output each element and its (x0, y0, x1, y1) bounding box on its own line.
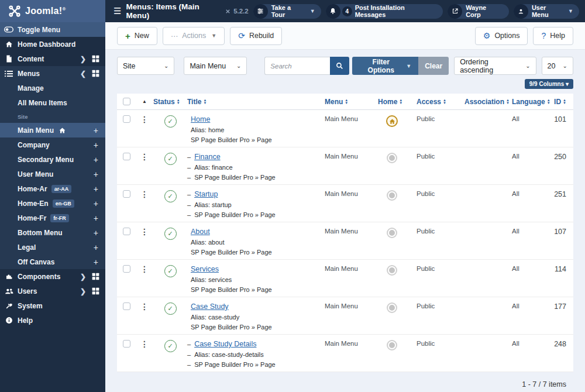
actions-button[interactable]: ⋯ Actions ▼ (163, 27, 225, 45)
add-menu-item-icon[interactable]: + (94, 214, 99, 223)
rebuild-button[interactable]: ⟳ Rebuild (230, 27, 282, 45)
sidebar-menu-item[interactable]: Home-En en-GB + (0, 196, 105, 211)
sidebar-menu-item[interactable]: Off Canvas + (0, 255, 105, 269)
home-default-icon[interactable] (386, 115, 398, 127)
sidebar-toggle-menu[interactable]: Toggle Menu (0, 22, 105, 37)
row-actions-dots-icon[interactable]: ⋮ (136, 228, 153, 236)
home-unset-icon[interactable] (387, 228, 397, 238)
add-menu-item-icon[interactable]: + (94, 184, 99, 194)
row-actions-dots-icon[interactable]: ⋮ (136, 302, 153, 311)
status-published-icon[interactable]: ✓ (164, 190, 177, 202)
clear-button[interactable]: Clear (418, 57, 449, 75)
post-installation-messages-button[interactable]: 4 Post Installation Messages (326, 4, 443, 19)
header-association[interactable]: Association▲▼ (456, 98, 506, 106)
sidebar-menu-item[interactable]: Bottom Menu + (0, 225, 105, 240)
row-checkbox[interactable] (123, 115, 130, 123)
menu-item-link[interactable]: About (191, 228, 210, 236)
row-actions-dots-icon[interactable]: ⋮ (136, 340, 153, 348)
menu-item-link[interactable]: Case Study Details (194, 340, 256, 348)
row-actions-dots-icon[interactable]: ⋮ (136, 115, 153, 123)
add-menu-item-icon[interactable]: + (94, 243, 99, 252)
status-published-icon[interactable]: ✓ (164, 265, 177, 277)
grid-icon[interactable] (92, 55, 99, 63)
row-checkbox[interactable] (123, 340, 130, 348)
select-all-checkbox[interactable] (123, 98, 130, 105)
grid-icon[interactable] (92, 287, 99, 295)
sidebar-item-system[interactable]: System (0, 298, 105, 313)
sidebar-menu-item[interactable]: User Menu + (0, 167, 105, 181)
home-unset-icon[interactable] (387, 190, 397, 201)
row-actions-dots-icon[interactable]: ⋮ (136, 190, 153, 198)
status-published-icon[interactable]: ✓ (164, 115, 177, 128)
add-menu-item-icon[interactable]: + (94, 155, 99, 164)
ordering-sort-icon[interactable]: ▲ (136, 99, 153, 104)
add-menu-item-icon[interactable]: + (94, 140, 99, 150)
sidebar-item-home-dashboard[interactable]: Home Dashboard (0, 37, 105, 51)
add-menu-item-icon[interactable]: + (94, 228, 99, 238)
sidebar-item-menus[interactable]: Menus ❮ (0, 66, 105, 81)
menu-item-link[interactable]: Services (191, 265, 219, 273)
help-button[interactable]: ? Help (533, 27, 573, 45)
list-limit-select[interactable]: 20⌄ (542, 57, 573, 75)
row-checkbox[interactable] (123, 190, 130, 198)
options-button[interactable]: ⚙ Options (475, 27, 528, 45)
header-menu[interactable]: Menu▲▼ (319, 98, 374, 106)
header-status[interactable]: Status▲▼ (153, 98, 187, 106)
menu-item-label: Company (18, 141, 50, 149)
home-unset-icon[interactable] (387, 302, 397, 313)
table-row: ⋮ ✓ –Finance –Alias: finance –SP Page Bu… (117, 147, 573, 185)
sidebar-item-content[interactable]: Content ❯ (0, 51, 105, 66)
take-a-tour-button[interactable]: Take a Tour ▼ (253, 4, 321, 19)
menu-item-link[interactable]: Home (191, 115, 210, 123)
chevron-down-icon: ⌄ (521, 63, 530, 69)
row-actions-dots-icon[interactable]: ⋮ (136, 265, 153, 273)
menu-item-link[interactable]: Case Study (191, 302, 229, 311)
status-published-icon[interactable]: ✓ (164, 153, 177, 165)
row-checkbox[interactable] (123, 265, 130, 273)
ordering-select[interactable]: Ordering ascending⌄ (454, 57, 536, 75)
filter-options-button[interactable]: Filter Options▼ (352, 57, 418, 75)
sidebar-item-users[interactable]: Users ❯ (0, 284, 105, 298)
sidebar-menu-item[interactable]: Home-Ar ar-AA + (0, 181, 105, 196)
add-menu-item-icon[interactable]: + (94, 199, 99, 208)
sidebar-item-components[interactable]: Components ❯ (0, 269, 105, 284)
add-menu-item-icon[interactable]: + (94, 257, 99, 267)
menu-item-link[interactable]: Startup (194, 190, 218, 198)
grid-icon[interactable] (92, 273, 99, 280)
status-published-icon[interactable]: ✓ (164, 340, 177, 352)
header-title[interactable]: Title▲▼ (187, 98, 319, 106)
row-checkbox[interactable] (123, 153, 130, 160)
menu-item-link[interactable]: Finance (194, 153, 220, 161)
add-menu-item-icon[interactable]: + (94, 170, 99, 179)
sidebar-item-help[interactable]: Help (0, 313, 105, 328)
header-language[interactable]: Language▲▼ (506, 98, 550, 106)
header-id[interactable]: ID▲▼ (550, 98, 573, 106)
sidebar-menu-item[interactable]: Secondary Menu + (0, 152, 105, 167)
status-published-icon[interactable]: ✓ (164, 228, 177, 240)
home-unset-icon[interactable] (387, 340, 397, 350)
row-actions-dots-icon[interactable]: ⋮ (136, 153, 153, 161)
header-access[interactable]: Access▲▼ (410, 98, 456, 106)
site-client-select[interactable]: Site⌄ (117, 57, 174, 75)
status-published-icon[interactable]: ✓ (164, 302, 177, 315)
home-unset-icon[interactable] (387, 265, 397, 276)
row-checkbox[interactable] (123, 302, 130, 310)
sidebar-menu-item[interactable]: Home-Fr fr-FR + (0, 211, 105, 225)
header-home[interactable]: Home▲▼ (374, 98, 410, 106)
new-button[interactable]: + New (117, 27, 157, 45)
sidebar-item-manage[interactable]: Manage (0, 81, 105, 95)
row-checkbox[interactable] (123, 228, 130, 235)
sidebar-menu-item[interactable]: Main Menu + (0, 123, 105, 137)
search-input[interactable] (264, 57, 330, 75)
search-button[interactable] (330, 57, 349, 75)
home-unset-icon[interactable] (387, 153, 397, 163)
sidebar-item-all-menu-items[interactable]: All Menu Items (0, 95, 105, 110)
preview-site-button[interactable]: Wayne Corp (448, 4, 509, 19)
grid-icon[interactable] (92, 70, 99, 77)
add-menu-item-icon[interactable]: + (94, 126, 99, 135)
sidebar-menu-item[interactable]: Legal + (0, 240, 105, 255)
columns-toggle-button[interactable]: 9/9 Columns ▾ (525, 79, 573, 89)
menu-select[interactable]: Main Menu⌄ (184, 57, 247, 75)
user-menu-button[interactable]: User Menu ▼ (514, 4, 579, 19)
sidebar-menu-item[interactable]: Company + (0, 137, 105, 152)
